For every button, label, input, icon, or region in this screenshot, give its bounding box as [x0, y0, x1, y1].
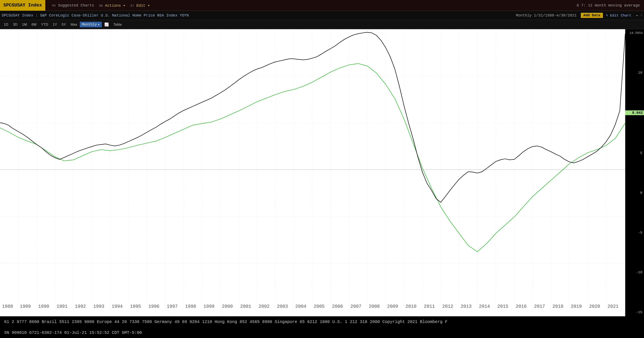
actions-btn[interactable]: 90 Actions ▾ — [96, 2, 128, 8]
y-label-top: 14.5854 — [625, 31, 644, 35]
monthly-dropdown[interactable]: Monthly ▾ — [80, 22, 102, 27]
svg-text:2015: 2015 — [497, 304, 508, 309]
table-btn[interactable]: Table — [111, 22, 124, 27]
chart-area: 1988 1989 1990 1991 1992 1993 1994 1995 … — [0, 29, 644, 316]
svg-text:2009: 2009 — [387, 304, 398, 309]
svg-text:2011: 2011 — [424, 304, 435, 309]
svg-text:1991: 1991 — [56, 304, 68, 309]
y-label-neg15: -15 — [625, 310, 644, 314]
svg-text:1998: 1998 — [185, 304, 196, 309]
svg-text:2016: 2016 — [516, 304, 527, 309]
y-label-neg5: -5 — [625, 231, 644, 235]
time-bar: 1D 3D 1M 6M YTD 1Y 5Y Max Monthly ▾ 📈 Ta… — [0, 20, 644, 29]
edit-chart-button[interactable]: ✎ Edit Chart — [603, 12, 634, 18]
footer1: 61 2 9777 8600 Brazil 5511 2395 9000 Eur… — [0, 316, 644, 327]
second-bar: SPCSUSAY Index : S&P CoreLogic Case-Shil… — [0, 11, 644, 20]
svg-text:2001: 2001 — [240, 304, 251, 309]
btn-6m[interactable]: 6M — [30, 22, 38, 27]
y-label-0: 0 — [625, 191, 644, 195]
btn-ytd[interactable]: YTD — [39, 22, 50, 27]
y-label-neg10: -10 — [625, 270, 644, 274]
svg-text:1990: 1990 — [38, 304, 49, 309]
svg-text:1992: 1992 — [75, 304, 86, 309]
svg-text:2003: 2003 — [277, 304, 288, 309]
btn-1y[interactable]: 1Y — [51, 22, 59, 27]
svg-text:1988: 1988 — [2, 304, 13, 309]
footer1-text: 61 2 9777 8600 Brazil 5511 2395 9000 Eur… — [4, 320, 448, 324]
svg-text:2008: 2008 — [369, 304, 380, 309]
footer2-text: SN 909010 G721-6302-174 01-Jul-21 15:52:… — [4, 330, 142, 335]
y-label-5: 5 — [625, 151, 644, 155]
dropdown-arrow: ▾ — [98, 22, 100, 27]
chart-icons: ⇔ ↑ — [634, 13, 644, 18]
svg-text:2000: 2000 — [222, 304, 233, 309]
svg-text:2005: 2005 — [314, 304, 325, 309]
btn-1m[interactable]: 1M — [20, 22, 29, 27]
svg-text:2002: 2002 — [258, 304, 270, 309]
suggested-charts-btn[interactable]: 94 Suggested Charts — [50, 2, 96, 8]
svg-text:1997: 1997 — [167, 304, 178, 309]
svg-text:2021: 2021 — [608, 304, 618, 309]
right-top-info: G 7: 12 month moving average — [577, 3, 644, 8]
svg-text:1995: 1995 — [130, 304, 141, 309]
svg-text:1994: 1994 — [112, 304, 123, 309]
svg-text:2019: 2019 — [571, 304, 582, 309]
chart-type-icon[interactable]: 📈 — [102, 22, 111, 27]
svg-text:1989: 1989 — [20, 304, 31, 309]
svg-text:2010: 2010 — [406, 304, 416, 309]
svg-text:2007: 2007 — [350, 304, 362, 309]
y-label-10: 10 — [625, 71, 644, 75]
top-bar: SPCSUSAY Index 94 Suggested Charts 90 Ac… — [0, 0, 644, 11]
svg-text:2020: 2020 — [589, 304, 600, 309]
svg-text:2013: 2013 — [460, 304, 472, 309]
ticker-label[interactable]: SPCSUSAY Index — [0, 0, 45, 11]
monthly-label: Monthly — [82, 22, 96, 26]
svg-text:2014: 2014 — [479, 304, 490, 309]
svg-text:2004: 2004 — [295, 304, 306, 309]
top-bar-actions: 94 Suggested Charts 90 Actions ▾ 97 Edit… — [45, 2, 577, 8]
date-range: Monthly 1/31/1988-4/30/2021 — [516, 13, 581, 18]
svg-text:1999: 1999 — [204, 304, 214, 309]
btn-5y[interactable]: 5Y — [60, 22, 68, 27]
footer2: SN 909010 G721-6302-174 01-Jul-21 15:52:… — [0, 327, 644, 338]
svg-text:1996: 1996 — [148, 304, 160, 309]
btn-3d[interactable]: 3D — [11, 22, 20, 27]
svg-text:2006: 2006 — [332, 304, 343, 309]
svg-text:2018: 2018 — [552, 304, 564, 309]
add-data-button[interactable]: Add Data — [581, 13, 603, 18]
svg-text:2012: 2012 — [442, 304, 453, 309]
btn-1d[interactable]: 1D — [2, 22, 10, 27]
y-axis: 14.5854 10 8.842 5 0 -5 -10 -15 — [625, 29, 644, 316]
svg-text:1993: 1993 — [93, 304, 104, 309]
svg-text:2017: 2017 — [534, 304, 545, 309]
btn-max[interactable]: Max — [68, 22, 79, 27]
edit-btn[interactable]: 97 Edit ▾ — [128, 2, 152, 8]
chart-svg: 1988 1989 1990 1991 1992 1993 1994 1995 … — [0, 29, 625, 310]
y-label-current: 8.842 — [625, 110, 644, 115]
subtitle-text: SPCSUSAY Index : S&P CoreLogic Case-Shil… — [2, 13, 516, 18]
